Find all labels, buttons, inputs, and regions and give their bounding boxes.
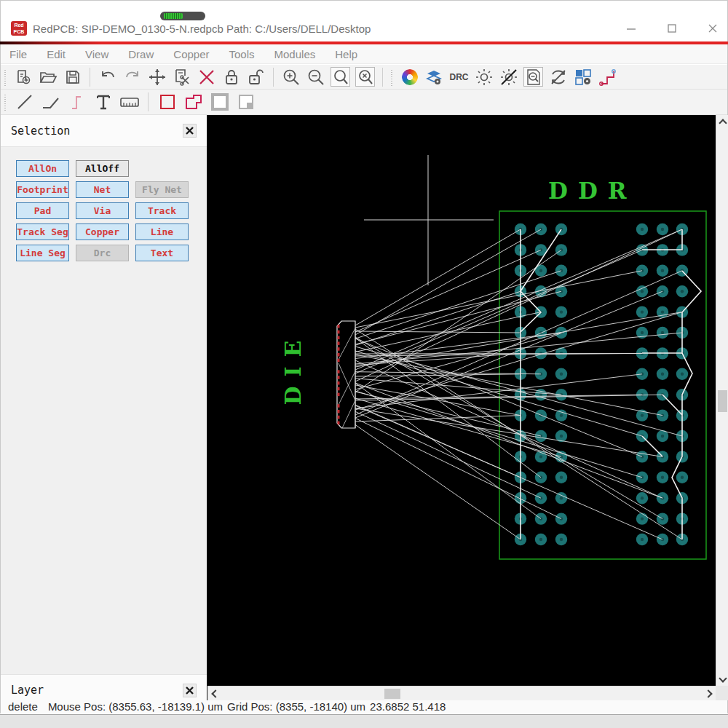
btn-allon[interactable]: AllOn [16,160,69,177]
window-title: RedPCB: SIP-DEMO_0130-5-N.redpcb Path: C… [33,23,371,35]
scroll-right-icon[interactable] [702,687,714,700]
drc-check-icon[interactable]: DRC [449,67,469,87]
modules-icon[interactable] [573,67,593,87]
step-line-tool-icon[interactable] [67,92,87,112]
menu-help[interactable]: Help [335,48,357,60]
open-file-icon[interactable] [38,67,58,87]
horizontal-scrollbar-thumb[interactable] [384,689,400,699]
layer-config-icon[interactable] [424,67,444,87]
menu-draw[interactable]: Draw [128,48,154,60]
zoom-in-icon[interactable] [281,67,301,87]
rect-notched-tool-icon[interactable] [236,92,256,112]
scrollbar-corner [716,686,728,700]
ddr-label: DDR [548,178,637,204]
toolbar-separator [148,92,149,111]
btn-track-seg[interactable]: Track Seg [16,223,69,240]
toolbar-grip[interactable] [390,68,395,86]
delete-icon[interactable] [197,67,216,87]
zoom-out-icon[interactable] [306,67,325,87]
text-tool-icon[interactable] [93,92,113,112]
pcb-canvas[interactable]: DIE DDR [207,115,716,686]
polygon-outline-tool-icon[interactable] [183,92,203,112]
selection-close-icon[interactable] [183,124,197,138]
zoom-reset-icon[interactable] [355,67,375,87]
lock-icon[interactable] [221,67,241,87]
btn-pad[interactable]: Pad [16,202,69,219]
toolbar-separator [90,68,90,87]
btn-line[interactable]: Line [135,223,189,240]
btn-line-seg[interactable]: Line Seg [16,245,69,261]
maximize-button[interactable] [664,20,680,36]
zoom-window-icon[interactable] [331,67,350,87]
scroll-down-icon[interactable] [716,672,728,684]
toolbar-grip[interactable] [4,68,8,86]
status-grid-pos: Grid Pos: (8355, -18140) um [227,700,365,713]
rect-outline-tool-icon[interactable] [157,92,177,112]
selection-panel-header: Selection [1,115,207,147]
undo-icon[interactable] [98,67,117,87]
view-search-icon[interactable] [523,67,543,87]
btn-alloff[interactable]: AllOff [76,160,129,177]
status-zoom-info: 23.6852 51.418 [370,700,446,713]
refresh-off-icon[interactable] [548,67,568,87]
redo-icon[interactable] [122,67,142,87]
cut-icon[interactable] [172,67,191,87]
btn-copper[interactable]: Copper [76,223,129,240]
btn-fly-net[interactable]: Fly Net [135,181,189,198]
selection-panel-title: Selection [11,124,70,138]
toolbar-separator [273,68,274,87]
menu-modules[interactable]: Modules [274,48,316,60]
scroll-up-icon[interactable] [716,116,728,129]
measure-tool-icon[interactable] [119,92,139,112]
color-wheel-icon[interactable] [400,67,419,87]
btn-text[interactable]: Text [135,245,189,261]
vertical-scrollbar-thumb[interactable] [718,390,727,412]
app-logo-text-top: Red [11,22,27,28]
line-tool-icon[interactable] [15,92,34,112]
btn-drc[interactable]: Drc [76,245,129,261]
btn-track[interactable]: Track [135,202,189,219]
save-file-icon[interactable] [63,67,82,87]
scroll-left-icon[interactable] [209,687,221,700]
toolbar-separator [382,68,383,87]
layer-panel-title: Layer [11,684,44,697]
bottom-strip [0,714,728,728]
status-mouse-pos: Mouse Pos: (8355.63, -18139.1) um [48,700,223,713]
app-logo-text-bottom: PCB [11,28,27,35]
app-window: Red PCB RedPCB: SIP-DEMO_0130-5-N.redpcb… [0,0,728,728]
brightness-off-icon[interactable] [499,67,518,87]
btn-footprint[interactable]: Footprint [16,181,69,198]
layer-close-icon[interactable] [183,684,197,697]
btn-via[interactable]: Via [76,202,129,219]
menu-view[interactable]: View [85,48,108,60]
new-file-icon[interactable] [13,67,33,87]
rect-filled-tool-icon[interactable] [210,92,229,112]
app-logo: Red PCB [11,21,27,36]
recording-indicator [160,12,205,20]
unlock-icon[interactable] [246,67,266,87]
horizontal-scrollbar[interactable] [207,686,716,700]
minimize-button[interactable] [623,20,639,36]
menu-tools[interactable]: Tools [229,48,255,60]
menu-file[interactable]: File [9,48,27,60]
recording-bars [164,13,183,19]
menu-copper[interactable]: Copper [173,48,209,60]
route-icon[interactable] [598,67,617,87]
left-panel: Selection AllOn AllOff Footprint Net Fly… [1,115,207,700]
menu-bar: File Edit View Draw Copper Tools Modules… [1,44,727,64]
status-bar: delete Mouse Pos: (8355.63, -18139.1) um… [1,700,727,714]
polyline-tool-icon[interactable] [41,92,60,112]
main-toolbar: DRC [1,65,727,90]
brightness-on-icon[interactable] [474,67,494,87]
move-icon[interactable] [147,67,167,87]
status-mode: delete [8,700,38,713]
toolbar-grip[interactable] [4,93,8,111]
title-bar[interactable]: Red PCB RedPCB: SIP-DEMO_0130-5-N.redpcb… [1,15,727,41]
vertical-scrollbar[interactable] [716,115,728,686]
menu-edit[interactable]: Edit [47,48,66,60]
btn-net[interactable]: Net [76,181,129,198]
die-label: DIE [280,328,306,408]
draw-toolbar [1,90,727,115]
close-button[interactable] [705,20,721,36]
